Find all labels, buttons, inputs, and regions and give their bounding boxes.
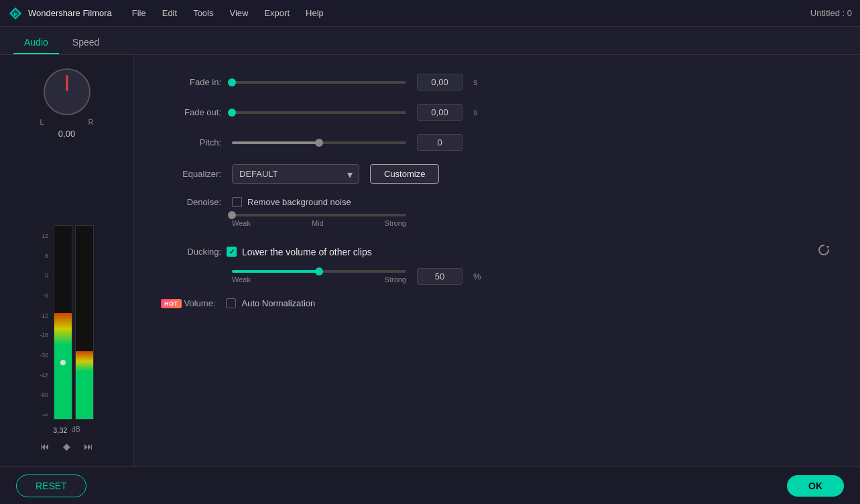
denoise-slider-labels: Weak Mid Strong [232, 219, 406, 227]
ducking-label: Ducking: [161, 247, 221, 257]
fade-in-slider[interactable] [232, 81, 406, 84]
meter-bar-left [54, 225, 72, 420]
fade-in-unit: s [473, 77, 484, 87]
auto-norm-label[interactable]: Auto Normalization [226, 298, 315, 308]
scale-m60: -60 [40, 392, 48, 398]
ducking-thumb[interactable] [315, 267, 323, 275]
menu-help[interactable]: Help [299, 5, 330, 21]
pitch-fill [232, 141, 319, 144]
filmora-logo-icon: F [8, 6, 23, 21]
knob-right-label: R [88, 118, 94, 126]
reset-icon [817, 243, 831, 257]
meter-fill-right [76, 351, 93, 419]
fade-out-slider[interactable] [232, 111, 406, 114]
fade-out-input[interactable]: 0,00 [417, 104, 463, 121]
fade-in-row: Fade in: 0,00 s [161, 74, 833, 90]
app-logo: F Wondershare Filmora [8, 6, 112, 21]
meter-center-button[interactable]: ◆ [60, 440, 73, 453]
vu-meters: 12 6 0 -6 -12 -18 -30 -42 -60 -∞ [40, 147, 94, 420]
scale-0: 0 [40, 273, 48, 279]
equalizer-select[interactable]: DEFAULT CLASSIC LOW BASS PODCAST [232, 164, 359, 184]
pitch-row: Pitch: 0 [161, 134, 833, 151]
svg-text:F: F [14, 11, 17, 17]
knob-indicator [66, 75, 68, 91]
ducking-checkbox-text: Lower the volume of other clips [242, 247, 372, 257]
meter-next-button[interactable]: ⏭ [81, 440, 96, 453]
denoise-thumb[interactable] [228, 211, 236, 219]
denoise-section: Denoise: Remove background noise Weak Mi… [161, 197, 833, 227]
left-panel: L R 0,00 12 6 0 -6 -12 -18 -30 -42 -60 -… [0, 55, 134, 466]
denoise-checkbox[interactable] [232, 197, 242, 207]
meter-fill-left [54, 313, 72, 419]
meter-dot-left [60, 360, 66, 365]
tabs-bar: Audio Speed [0, 27, 860, 55]
knob-left-label: L [40, 118, 44, 126]
ok-button[interactable]: OK [787, 475, 844, 497]
tab-audio[interactable]: Audio [13, 32, 59, 54]
fade-out-row: Fade out: 0,00 s [161, 104, 833, 121]
bottom-bar: RESET OK [0, 466, 860, 504]
pitch-input[interactable]: 0 [417, 134, 463, 151]
meter-bars [54, 225, 94, 420]
auto-norm-checkbox[interactable] [226, 298, 236, 308]
ducking-reset-button[interactable] [814, 241, 833, 263]
menu-tools[interactable]: Tools [186, 5, 220, 21]
menu-bar: File Edit Tools View Export Help [125, 5, 810, 21]
meter-db-value: 3,32 [53, 426, 67, 434]
denoise-header: Denoise: Remove background noise [161, 197, 833, 207]
window-title: Untitled : 0 [810, 8, 852, 18]
ducking-slider[interactable] [232, 270, 406, 273]
ducking-unit: % [473, 271, 484, 281]
pan-knob[interactable] [44, 68, 90, 115]
fade-in-label: Fade in: [161, 77, 221, 87]
meter-controls: ⏮ ◆ ⏭ [38, 440, 96, 453]
pitch-slider[interactable] [232, 141, 406, 144]
menu-edit[interactable]: Edit [156, 5, 184, 21]
denoise-slider[interactable] [232, 214, 406, 216]
right-panel: Fade in: 0,00 s Fade out: 0,00 s Pitch: [134, 55, 860, 466]
denoise-slider-wrap: Weak Mid Strong [232, 214, 406, 227]
meter-bar-right [75, 225, 94, 420]
reset-button[interactable]: RESET [16, 475, 86, 497]
ducking-strong-label: Strong [385, 275, 406, 284]
knob-value: 0,00 [58, 129, 75, 139]
scale-minf: -∞ [40, 412, 48, 418]
ducking-slider-row: Weak Strong 50 % [232, 268, 833, 285]
ducking-weak-label: Weak [232, 275, 251, 284]
pitch-label: Pitch: [161, 137, 221, 147]
auto-norm-text: Auto Normalization [241, 298, 315, 308]
ducking-value-input[interactable]: 50 [417, 268, 463, 285]
denoise-checkbox-label[interactable]: Remove background noise [232, 197, 351, 207]
pan-knob-container: L R 0,00 [40, 68, 94, 139]
pitch-thumb[interactable] [315, 139, 323, 147]
knob-lr-labels: L R [40, 118, 94, 126]
customize-button[interactable]: Customize [370, 164, 439, 184]
ducking-fill [232, 270, 319, 273]
app-name: Wondershare Filmora [28, 8, 112, 18]
fade-in-input[interactable]: 0,00 [417, 74, 463, 90]
menu-view[interactable]: View [223, 5, 255, 21]
meter-db-unit: dB [71, 425, 80, 433]
hot-badge: HOT [161, 299, 182, 308]
equalizer-label: Equalizer: [161, 169, 221, 179]
ducking-header: Ducking: Lower the volume of other clips [161, 241, 833, 263]
scale-12: 12 [40, 233, 48, 239]
scale-m12: -12 [40, 313, 48, 319]
ducking-slider-labels: Weak Strong [232, 275, 406, 284]
tab-speed[interactable]: Speed [62, 32, 110, 54]
denoise-slider-row: Weak Mid Strong [232, 214, 833, 227]
menu-export[interactable]: Export [257, 5, 296, 21]
scale-6: 6 [40, 253, 48, 259]
svg-marker-3 [826, 246, 829, 249]
denoise-mid-label: Mid [312, 219, 324, 227]
meter-prev-button[interactable]: ⏮ [38, 440, 52, 453]
volume-label-group: HOT Volume: [161, 298, 215, 308]
denoise-checkbox-text: Remove background noise [247, 197, 351, 207]
ducking-checkbox[interactable] [227, 247, 237, 257]
menu-file[interactable]: File [125, 5, 153, 21]
fade-out-thumb[interactable] [228, 109, 236, 117]
scale-m18: -18 [40, 332, 48, 338]
titlebar: F Wondershare Filmora File Edit Tools Vi… [0, 0, 860, 27]
fade-in-thumb[interactable] [228, 78, 236, 86]
denoise-label: Denoise: [161, 197, 221, 207]
